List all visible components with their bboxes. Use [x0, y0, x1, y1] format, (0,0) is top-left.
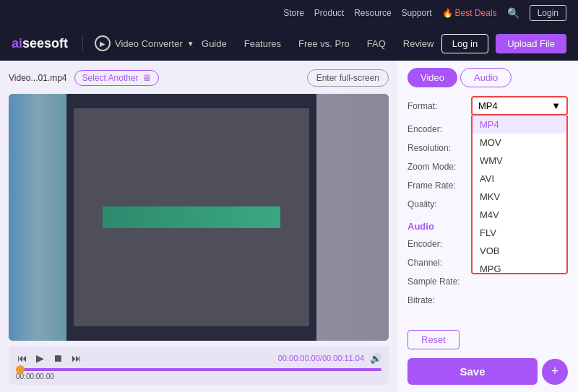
zoom-label: Zoom Mode: [407, 162, 471, 172]
sample-rate-label: Sample Rate: [407, 276, 471, 287]
nav-faq[interactable]: FAQ [367, 38, 386, 49]
file-name: Video...01.mp4 [9, 73, 67, 83]
resolution-label: Resolution: [407, 143, 471, 153]
right-panel: Video Audio Format: MP4 ▼ MP4 MOV WMV AV… [397, 61, 578, 392]
main-nav-links: Guide Features Free vs. Pro FAQ Review [194, 38, 441, 49]
progress-thumb[interactable] [16, 365, 25, 374]
nav-free-vs-pro[interactable]: Free vs. Pro [298, 38, 350, 49]
content-area: Video...01.mp4 Select Another 🖥 Enter fu… [0, 61, 578, 392]
logo: aiseesoft [12, 36, 68, 51]
app-icon: ▶ [95, 35, 111, 51]
quality-label: Quality: [407, 199, 471, 209]
dropdown-item-mp4[interactable]: MP4 [473, 116, 566, 134]
format-select-button[interactable]: MP4 ▼ [471, 96, 568, 116]
nav-best-deals[interactable]: 🔥 Best Deals [442, 8, 497, 18]
logo-area: aiseesoft [12, 36, 68, 51]
save-button[interactable]: Save [407, 358, 538, 385]
dropdown-item-mkv[interactable]: MKV [473, 188, 566, 206]
audio-tab[interactable]: Audio [460, 68, 512, 87]
preview-blur-left [9, 94, 66, 341]
dropdown-item-mpg[interactable]: MPG [473, 260, 566, 274]
nav-product[interactable]: Product [314, 8, 344, 18]
dropdown-item-m4v[interactable]: M4V [473, 206, 566, 224]
file-toolbar: Video...01.mp4 Select Another 🖥 Enter fu… [9, 68, 389, 88]
bitrate-row: Bitrate: [407, 295, 568, 305]
save-row: Save + [407, 358, 568, 385]
video-preview [9, 94, 389, 341]
select-another-button[interactable]: Select Another 🖥 [74, 70, 159, 86]
search-icon[interactable]: 🔍 [507, 7, 519, 19]
upload-file-button[interactable]: Upload File [496, 34, 566, 53]
nav-resource[interactable]: Resource [354, 8, 391, 18]
fast-forward-button[interactable]: ⏭ [70, 351, 83, 365]
nav-support[interactable]: Support [402, 8, 432, 18]
nav-guide[interactable]: Guide [202, 38, 227, 49]
main-nav-actions: Log in Upload File [441, 34, 566, 53]
format-row: Format: MP4 ▼ MP4 MOV WMV AVI MKV M4V FL… [407, 96, 568, 116]
bitrate-label: Bitrate: [407, 295, 471, 305]
main-login-button[interactable]: Log in [441, 34, 488, 53]
preview-bar [103, 206, 280, 228]
format-dropdown-container: MP4 ▼ MP4 MOV WMV AVI MKV M4V FLV VOB MP… [471, 96, 568, 116]
progress-bar[interactable] [16, 368, 381, 371]
progress-fill [16, 368, 381, 371]
dropdown-item-avi[interactable]: AVI [473, 170, 566, 188]
save-plus-button[interactable]: + [542, 359, 568, 385]
format-label: Format: [407, 101, 471, 111]
nav-store[interactable]: Store [283, 8, 304, 18]
rewind-button[interactable]: ⏮ [16, 351, 29, 365]
app-selector-arrow: ▼ [187, 40, 194, 48]
volume-icon[interactable]: 🔊 [370, 353, 381, 364]
logo-ai-part: ai [12, 36, 22, 51]
nav-features[interactable]: Features [244, 38, 281, 49]
stop-button[interactable]: ⏹ [51, 351, 64, 365]
channel-label: Channel: [407, 258, 471, 268]
dropdown-arrow-icon: ▼ [551, 100, 561, 111]
time-start: 00:00:00.00 [16, 373, 381, 380]
controls-row: ⏮ ▶ ⏹ ⏭ 00:00:00.00/00:00:11.04 🔊 [16, 351, 381, 365]
dropdown-item-flv[interactable]: FLV [473, 224, 566, 242]
format-selected-value: MP4 [478, 100, 498, 111]
app-selector[interactable]: ▶ Video Converter ▼ [82, 35, 194, 51]
nav-review[interactable]: Review [403, 38, 434, 49]
dropdown-item-vob[interactable]: VOB [473, 242, 566, 260]
main-navbar: aiseesoft ▶ Video Converter ▼ Guide Feat… [0, 26, 578, 61]
video-controls: ⏮ ▶ ⏹ ⏭ 00:00:00.00/00:00:11.04 🔊 00:00:… [9, 347, 389, 385]
preview-blur-right [316, 94, 389, 341]
play-button[interactable]: ▶ [35, 351, 46, 365]
audio-encoder-label: Encoder: [407, 239, 471, 249]
top-nav-links: Store Product Resource Support 🔥 Best De… [283, 5, 566, 21]
dropdown-item-mov[interactable]: MOV [473, 134, 566, 152]
sample-rate-row: Sample Rate: [407, 276, 568, 287]
format-dropdown-menu[interactable]: MP4 MOV WMV AVI MKV M4V FLV VOB MPG 3GP … [471, 116, 568, 274]
top-login-button[interactable]: Login [530, 5, 566, 21]
video-tab[interactable]: Video [407, 68, 457, 87]
top-navbar: Store Product Resource Support 🔥 Best De… [0, 0, 578, 26]
monitor-icon: 🖥 [142, 73, 151, 83]
media-tabs: Video Audio [407, 68, 568, 87]
reset-button[interactable]: Reset [407, 330, 460, 349]
encoder-label: Encoder: [407, 124, 471, 134]
fullscreen-button[interactable]: Enter full-screen [307, 69, 389, 87]
app-name: Video Converter [115, 38, 183, 49]
time-display: 00:00:00.00/00:00:11.04 [278, 354, 364, 362]
dropdown-item-wmv[interactable]: WMV [473, 152, 566, 170]
framerate-label: Frame Rate: [407, 180, 471, 191]
left-panel: Video...01.mp4 Select Another 🖥 Enter fu… [0, 61, 397, 392]
